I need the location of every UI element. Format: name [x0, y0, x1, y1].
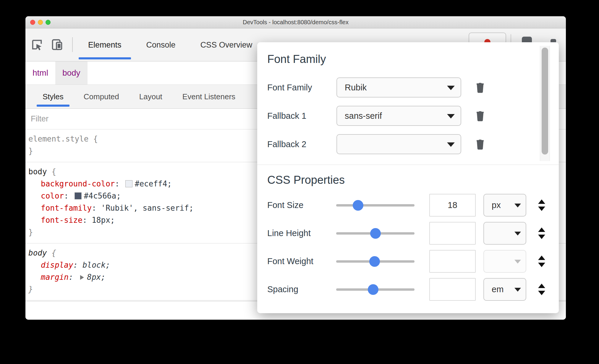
font-editor-overlay: Font Family Font Family Rubik Fallback 1 — [257, 42, 559, 313]
slider-track — [336, 204, 415, 207]
font-size-unit-value: px — [492, 200, 501, 210]
font-weight-label: Font Weight — [267, 256, 336, 266]
tab-css-overview[interactable]: CSS Overview — [188, 28, 265, 61]
styles-tab-underline — [37, 105, 69, 107]
tab-styles-label: Styles — [43, 92, 64, 101]
stepper-down-icon[interactable] — [538, 235, 545, 239]
rule-selector: body — [28, 167, 47, 176]
delete-font-family-button[interactable] — [474, 80, 487, 95]
delete-fallback-1-button[interactable] — [474, 108, 487, 124]
zoom-window-button[interactable] — [46, 20, 51, 25]
fallback-1-select-value: sans-serif — [345, 111, 382, 121]
font-weight-row: Font Weight — [267, 247, 559, 275]
font-size-row: Font Size px — [267, 191, 559, 219]
tab-computed-label: Computed — [84, 92, 119, 101]
fallback-2-select[interactable] — [336, 134, 461, 154]
color-swatch[interactable] — [75, 192, 82, 199]
stepper-down-icon[interactable] — [538, 207, 545, 211]
stepper-up-icon[interactable] — [538, 199, 545, 204]
overlay-scrollbar-track[interactable] — [540, 46, 550, 161]
stepper-up-icon[interactable] — [538, 284, 545, 288]
line-height-row: Line Height — [267, 219, 559, 247]
rule-selector: element.style — [28, 134, 89, 143]
breadcrumb-body[interactable]: body — [55, 61, 88, 84]
font-size-value-input[interactable] — [429, 194, 476, 217]
close-window-button[interactable] — [30, 20, 35, 25]
spacing-value-input[interactable] — [429, 278, 476, 301]
font-family-section: Font Family Font Family Rubik Fallback 1 — [257, 42, 559, 165]
fallback-1-select[interactable]: sans-serif — [336, 106, 461, 126]
chevron-down-icon — [514, 204, 521, 207]
font-size-label: Font Size — [267, 200, 336, 210]
font-size-unit-select[interactable]: px — [483, 194, 526, 217]
font-family-select-value: Rubik — [345, 83, 367, 92]
stepper-up-icon[interactable] — [538, 256, 545, 260]
chevron-down-icon — [514, 260, 521, 264]
line-height-stepper[interactable] — [538, 228, 545, 239]
font-weight-slider[interactable] — [336, 256, 415, 267]
stepper-down-icon[interactable] — [538, 263, 545, 267]
slider-thumb[interactable] — [353, 200, 363, 211]
font-weight-unit-select — [483, 250, 526, 273]
font-family-label: Font Family — [267, 83, 336, 92]
toolbar-separator — [72, 37, 73, 52]
spacing-unit-value: em — [492, 285, 504, 294]
slider-thumb[interactable] — [370, 228, 381, 239]
expand-shorthand-icon[interactable] — [80, 275, 84, 280]
tab-elements[interactable]: Elements — [76, 28, 134, 61]
font-weight-stepper[interactable] — [538, 256, 545, 267]
traffic-lights — [30, 20, 51, 25]
breadcrumb-html-label: html — [33, 68, 48, 78]
font-weight-value-input[interactable] — [429, 250, 476, 273]
tab-computed[interactable]: Computed — [74, 85, 129, 108]
chevron-down-icon — [447, 86, 455, 90]
color-swatch[interactable] — [125, 180, 132, 187]
stepper-down-icon[interactable] — [538, 291, 545, 295]
fallback-1-row: Fallback 1 sans-serif — [267, 102, 559, 130]
spacing-unit-select[interactable]: em — [483, 278, 526, 301]
line-height-slider[interactable] — [336, 228, 415, 239]
window-title: DevTools - localhost:8080/demo/css-flex — [243, 19, 349, 26]
tab-console-label: Console — [146, 40, 176, 50]
tab-event-listeners-label: Event Listeners — [182, 92, 235, 101]
delete-fallback-2-button[interactable] — [474, 136, 487, 152]
fallback-2-row: Fallback 2 — [267, 130, 559, 158]
line-height-value-input[interactable] — [429, 222, 476, 245]
chevron-down-icon — [514, 288, 521, 292]
line-height-unit-select[interactable] — [483, 222, 526, 245]
spacing-slider[interactable] — [336, 284, 415, 295]
spacing-label: Spacing — [267, 285, 336, 294]
tab-elements-label: Elements — [88, 40, 122, 50]
spacing-row: Spacing em — [267, 275, 559, 303]
fallback-1-label: Fallback 1 — [267, 111, 336, 121]
slider-thumb[interactable] — [369, 256, 380, 267]
tab-layout[interactable]: Layout — [129, 85, 172, 108]
chevron-down-icon — [514, 232, 521, 235]
tab-styles[interactable]: Styles — [33, 85, 74, 108]
main-tab-bar: Elements Console CSS Overview — [76, 28, 265, 61]
tab-console[interactable]: Console — [134, 28, 188, 61]
font-size-stepper[interactable] — [538, 199, 545, 211]
font-size-slider[interactable] — [336, 200, 415, 211]
css-properties-section: CSS Properties Font Size px — [257, 165, 559, 303]
tab-layout-label: Layout — [139, 92, 162, 101]
font-family-section-title: Font Family — [267, 42, 559, 66]
tab-event-listeners[interactable]: Event Listeners — [172, 85, 245, 108]
overlay-scrollbar-thumb[interactable] — [542, 48, 548, 155]
device-toolbar-icon[interactable] — [50, 37, 64, 52]
inspect-element-icon[interactable] — [30, 37, 44, 52]
breadcrumb-body-label: body — [62, 68, 80, 78]
font-family-select[interactable]: Rubik — [336, 77, 461, 98]
style-filter-input[interactable] — [25, 114, 232, 124]
title-bar: DevTools - localhost:8080/demo/css-flex — [25, 16, 566, 28]
minimize-window-button[interactable] — [38, 20, 43, 25]
line-height-label: Line Height — [267, 228, 336, 238]
slider-thumb[interactable] — [368, 284, 378, 295]
breadcrumb-html[interactable]: html — [25, 61, 55, 84]
stepper-up-icon[interactable] — [538, 228, 545, 232]
css-properties-section-title: CSS Properties — [267, 165, 559, 186]
spacing-stepper[interactable] — [538, 284, 545, 295]
screenshot-stage: DevTools - localhost:8080/demo/css-flex — [0, 0, 599, 364]
chevron-down-icon — [447, 142, 455, 147]
rule-selector: body — [28, 248, 47, 257]
